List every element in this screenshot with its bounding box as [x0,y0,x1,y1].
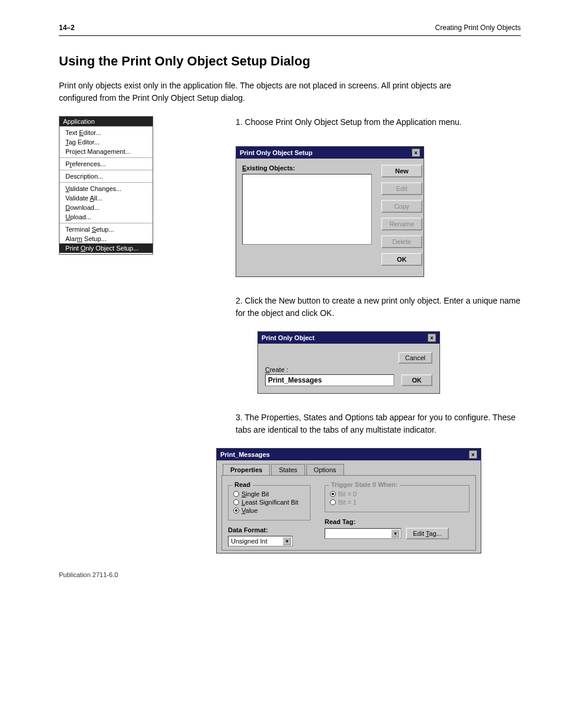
menu-item-preferences[interactable]: Preferences... [59,159,153,169]
edit-tag-button[interactable]: Edit Tag... [406,528,449,539]
print-only-object-setup-dialog: Print Only Object Setup × Existing Objec… [236,146,424,277]
data-format-combo[interactable]: Unsigned Int ▾ [228,536,293,546]
data-format-label: Data Format: [228,526,310,533]
intro-text: Print only objects exist only in the app… [59,80,483,104]
existing-objects-list[interactable] [242,174,372,245]
create-name-input[interactable]: Print_Messages [265,374,394,386]
edit-button[interactable]: Edit [381,182,422,195]
data-format-value: Unsigned Int [231,538,267,545]
new-button[interactable]: New [381,164,422,177]
menu-title: Application [59,117,153,126]
tab-options[interactable]: Options [306,464,344,475]
page-header: 14–2 Creating Print Only Objects [59,24,521,36]
menu-item-description[interactable]: Description... [59,172,153,181]
chapter-number: 14–2 [59,24,75,32]
close-icon[interactable]: × [412,149,420,157]
radio-lsb[interactable]: Least Significant Bit [233,499,305,506]
menu-item-upload[interactable]: Upload... [59,212,153,222]
menu-item-print-only-object-setup[interactable]: Print Only Object Setup... [59,243,153,253]
menu-item-project-management[interactable]: Project Management... [59,147,153,156]
read-group: Read Single Bit Least Significant Bit Va… [228,485,310,521]
header-title: Creating Print Only Objects [435,24,521,32]
chevron-down-icon: ▾ [391,529,399,538]
application-menu: Application Text Editor... Tag Editor...… [59,116,153,255]
copy-button[interactable]: Copy [381,200,422,213]
ok-button[interactable]: OK [401,374,432,386]
footer-publication: Publication 2711-6.0 [59,571,521,578]
setup-dialog-title: Print Only Object Setup [240,149,312,156]
read-group-label: Read [232,481,253,488]
chevron-down-icon: ▾ [283,537,291,545]
tab-properties[interactable]: Properties [223,464,270,475]
close-icon[interactable]: × [428,334,436,342]
trigger-group: Trigger State 0 When: Bit = 0 Bit = 1 [325,485,470,512]
menu-item-download[interactable]: Download... [59,203,153,212]
step-2-text: 2. Click the New button to create a new … [236,295,521,319]
ok-button[interactable]: OK [381,253,422,266]
radio-value[interactable]: Value [233,507,305,514]
print-messages-properties-dialog: Print_Messages × Properties States Optio… [216,448,481,554]
existing-objects-label: Existing Objects: [242,164,372,172]
cancel-button[interactable]: Cancel [398,352,432,364]
close-icon[interactable]: × [469,450,477,459]
trigger-group-label: Trigger State 0 When: [329,481,400,488]
section-title: Using the Print Only Object Setup Dialog [59,54,521,69]
tab-bar: Properties States Options [223,464,481,475]
menu-item-alarm-setup[interactable]: Alarm Setup... [59,234,153,243]
create-dialog-title: Print Only Object [262,334,315,341]
props-dialog-title: Print_Messages [220,451,270,458]
rename-button[interactable]: Rename [381,218,422,230]
tab-states[interactable]: States [271,464,305,475]
radio-bit1: Bit = 1 [330,499,464,506]
step-1-row: Application Text Editor... Tag Editor...… [59,116,521,277]
delete-button[interactable]: Delete [381,235,422,248]
radio-single-bit[interactable]: Single Bit [233,490,305,498]
read-tag-label: Read Tag: [325,518,470,525]
print-only-object-create-dialog: Print Only Object × Cancel Create : Prin… [257,331,440,394]
create-label: Create : [265,366,432,373]
step-1-text: 1. Choose Print Only Object Setup from t… [236,116,521,129]
menu-item-text-editor[interactable]: Text Editor... [59,128,153,137]
menu-item-validate-all[interactable]: Validate All... [59,193,153,203]
menu-item-tag-editor[interactable]: Tag Editor... [59,137,153,147]
step-3-text: 3. The Properties, States and Options ta… [236,411,521,436]
page: 14–2 Creating Print Only Objects Using t… [0,0,562,596]
read-tag-combo[interactable]: ▾ [325,528,401,539]
menu-item-terminal-setup[interactable]: Terminal Setup... [59,225,153,234]
radio-bit0: Bit = 0 [330,490,464,498]
menu-item-validate-changes[interactable]: Validate Changes... [59,184,153,193]
